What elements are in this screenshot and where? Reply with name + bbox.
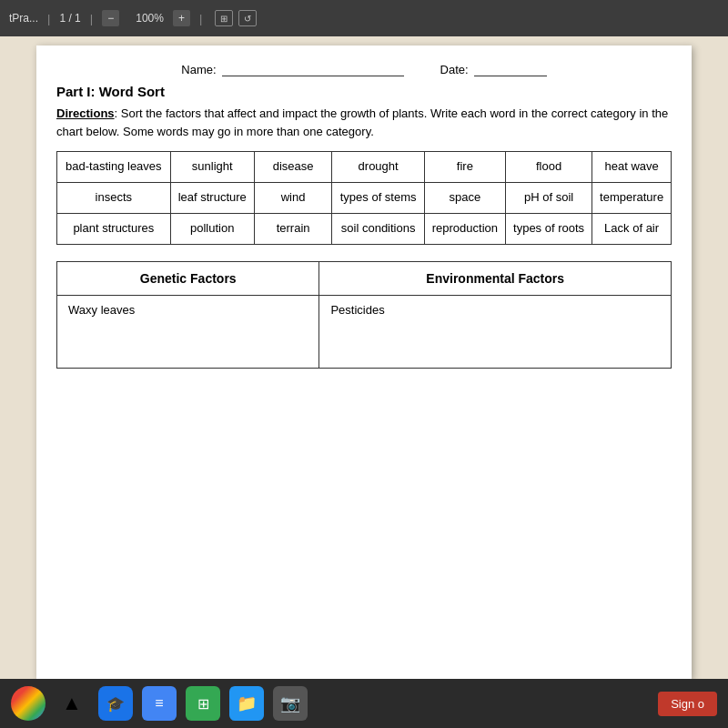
camera-icon[interactable]: 📷: [273, 686, 308, 721]
browser-toolbar: tPra... | 1 / 1 | − 100% + | ⊞ ↺: [0, 0, 728, 36]
toolbar-sep2: |: [90, 12, 93, 25]
word-sort-cell: bad-tasting leaves: [57, 152, 171, 183]
google-drive-icon[interactable]: ▲: [55, 686, 89, 721]
sign-out-button[interactable]: Sign o: [658, 692, 717, 716]
name-date-line: Name: Date:: [56, 62, 672, 76]
word-sort-cell: pollution: [170, 213, 254, 244]
toolbar-sep3: |: [199, 12, 202, 25]
word-sort-cell: soil conditions: [332, 213, 424, 244]
environmental-factors-header: Environmental Factors: [319, 261, 672, 295]
name-label: Name:: [181, 63, 216, 76]
word-sort-cell: heat wave: [592, 152, 672, 183]
zoom-level: 100%: [136, 12, 164, 25]
toolbar-icons: ⊞ ↺: [215, 10, 257, 26]
word-sort-cell: space: [424, 182, 505, 213]
rotate-icon[interactable]: ↺: [238, 10, 257, 26]
word-sort-cell: drought: [332, 152, 424, 183]
fit-page-icon[interactable]: ⊞: [215, 10, 233, 26]
word-sort-cell: flood: [505, 152, 592, 183]
word-sort-cell: disease: [254, 152, 332, 183]
name-input-line: [222, 62, 404, 76]
word-sort-cell: insects: [57, 182, 171, 213]
word-sort-cell: pH of soil: [505, 182, 592, 213]
doc-page: Name: Date: Part I: Word Sort Directions…: [36, 46, 692, 679]
page-indicator: 1 / 1: [59, 12, 80, 25]
word-sort-cell: types of stems: [332, 182, 424, 213]
word-sort-table: bad-tasting leavessunlightdiseasedrought…: [56, 151, 672, 245]
name-field: Name:: [181, 62, 403, 76]
tab-title: tPra...: [9, 12, 38, 25]
genetic-factors-header: Genetic Factors: [57, 261, 319, 295]
environmental-factors-content: Pesticides: [319, 295, 672, 368]
word-sort-cell: Lack of air: [592, 213, 672, 244]
folder-icon[interactable]: 📁: [229, 686, 264, 721]
date-label: Date:: [440, 63, 469, 76]
word-sort-cell: fire: [424, 152, 505, 183]
zoom-out-button[interactable]: −: [102, 10, 119, 26]
word-sort-row: insectsleaf structurewindtypes of stemss…: [57, 182, 672, 213]
word-sort-cell: sunlight: [170, 152, 254, 183]
factors-content-row: Waxy leaves Pesticides: [57, 295, 672, 368]
date-input-line: [474, 62, 547, 76]
chrome-icon[interactable]: [11, 686, 46, 721]
factors-table: Genetic Factors Environmental Factors Wa…: [56, 261, 672, 369]
taskbar: ▲ 🎓 ≡ ⊞ 📁 📷 Sign o: [0, 679, 728, 728]
word-sort-cell: leaf structure: [170, 182, 254, 213]
google-sheets-icon[interactable]: ⊞: [186, 686, 220, 721]
word-sort-cell: plant structures: [57, 213, 171, 244]
date-field: Date:: [440, 62, 547, 76]
google-classroom-icon[interactable]: 🎓: [98, 686, 133, 721]
word-sort-cell: temperature: [592, 182, 672, 213]
directions-text: Directions: Sort the factors that affect…: [56, 105, 672, 140]
part-heading: Part I: Word Sort: [56, 84, 672, 99]
genetic-factors-content: Waxy leaves: [57, 295, 319, 368]
document-area: Name: Date: Part I: Word Sort Directions…: [0, 36, 728, 679]
word-sort-cell: terrain: [254, 213, 332, 244]
word-sort-cell: types of roots: [505, 213, 592, 244]
google-docs-icon[interactable]: ≡: [142, 686, 177, 721]
word-sort-row: bad-tasting leavessunlightdiseasedrought…: [57, 152, 672, 183]
word-sort-row: plant structurespollutionterrainsoil con…: [57, 213, 672, 244]
directions-body: : Sort the factors that affect and impac…: [56, 106, 668, 138]
word-sort-cell: reproduction: [424, 213, 505, 244]
toolbar-separator: |: [47, 12, 50, 25]
directions-label: Directions: [56, 106, 115, 120]
word-sort-cell: wind: [254, 182, 332, 213]
zoom-in-button[interactable]: +: [173, 10, 190, 26]
